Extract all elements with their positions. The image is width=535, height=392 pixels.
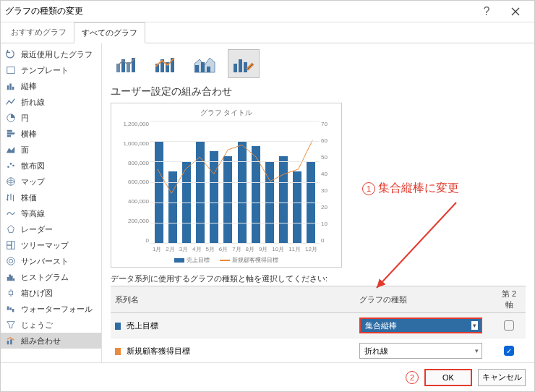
col-secondary-axis: 第 2 軸 — [492, 286, 526, 313]
sidebar-item-scatter[interactable]: 散布図 — [1, 158, 101, 174]
y-axis-right: 706050403020100 — [320, 121, 334, 244]
scatter-chart-icon — [5, 160, 17, 171]
svg-rect-35 — [195, 65, 199, 72]
svg-rect-1 — [7, 85, 9, 90]
svg-rect-21 — [9, 291, 12, 294]
treemap-icon — [5, 239, 17, 251]
svg-rect-0 — [7, 67, 15, 74]
column-chart-icon — [5, 80, 17, 92]
recent-icon — [5, 48, 17, 60]
chart-type-select[interactable]: 折れ線▾ — [359, 343, 482, 359]
sidebar-item-sunburst[interactable]: サンバースト — [1, 253, 101, 269]
chart-preview: グラフ タイトル 1,200,0001,000,000800,000600,00… — [111, 103, 342, 268]
sidebar-label: サンバースト — [21, 256, 69, 267]
sidebar-item-waterfall[interactable]: ウォーターフォール — [1, 301, 101, 317]
sidebar-item-radar[interactable]: レーダー — [1, 221, 101, 237]
sunburst-icon — [5, 255, 17, 267]
cancel-button[interactable]: キャンセル — [478, 369, 526, 386]
sidebar-item-template[interactable]: テンプレート — [1, 62, 101, 78]
tab-all-charts[interactable]: すべてのグラフ — [74, 22, 145, 43]
sidebar-label: ウォーターフォール — [21, 304, 93, 315]
histogram-icon — [5, 271, 17, 283]
sidebar-label: 縦棒 — [21, 81, 37, 92]
series-color-swatch — [115, 323, 121, 330]
svg-point-9 — [10, 163, 12, 165]
svg-rect-36 — [201, 62, 205, 72]
combo-subtype-1[interactable] — [111, 49, 142, 78]
svg-rect-12 — [7, 242, 12, 245]
svg-point-8 — [7, 166, 9, 168]
sidebar-item-combo[interactable]: 組み合わせ — [1, 333, 101, 349]
y-axis-left: 1,200,0001,000,000800,000600,000400,0002… — [119, 121, 150, 244]
combo-subtype-3[interactable] — [189, 49, 221, 78]
svg-point-15 — [7, 257, 15, 265]
sidebar-item-surface[interactable]: 等高線 — [1, 205, 101, 221]
secondary-axis-checkbox[interactable] — [504, 320, 514, 331]
tab-recommended[interactable]: おすすめグラフ — [4, 22, 74, 43]
bar-chart-icon — [5, 128, 17, 140]
col-chart-type: グラフの種類 — [355, 286, 492, 313]
series-row: 新規顧客獲得目標 折れ線▾ ✓ — [111, 338, 526, 363]
combo-subtype-2[interactable] — [150, 49, 181, 78]
sidebar-item-line[interactable]: 折れ線 — [1, 94, 101, 110]
surface-chart-icon — [5, 208, 17, 219]
sidebar-label: 折れ線 — [21, 97, 45, 108]
line-chart-icon — [5, 96, 17, 108]
svg-rect-38 — [234, 64, 237, 72]
sidebar-item-area[interactable]: 面 — [1, 142, 101, 158]
sidebar-item-boxwhisker[interactable]: 箱ひげ図 — [1, 285, 101, 301]
sidebar-label: レーダー — [21, 224, 53, 235]
sidebar-label: テンプレート — [21, 65, 69, 76]
sidebar-item-treemap[interactable]: ツリーマップ — [1, 237, 101, 253]
series-color-swatch — [115, 348, 121, 355]
series-name: 売上目標 — [127, 321, 158, 330]
svg-rect-14 — [7, 245, 12, 249]
svg-rect-39 — [239, 59, 242, 72]
svg-rect-5 — [7, 130, 12, 132]
svg-point-10 — [12, 165, 14, 167]
sidebar-item-stock[interactable]: 株価 — [1, 189, 101, 205]
annotation-1: 1 集合縦棒に変更 — [362, 181, 459, 196]
funnel-icon — [5, 319, 17, 331]
sidebar-item-bar[interactable]: 横棒 — [1, 126, 101, 142]
close-button[interactable] — [501, 1, 530, 22]
svg-rect-25 — [7, 341, 9, 344]
pie-chart-icon — [5, 112, 17, 124]
chart-type-select[interactable]: 集合縦棒▾ — [359, 318, 482, 333]
svg-rect-40 — [244, 62, 247, 72]
sidebar-label: マップ — [21, 176, 45, 187]
sidebar-label: 面 — [21, 145, 29, 155]
sidebar-label: ツリーマップ — [21, 240, 69, 251]
ok-button[interactable]: OK — [424, 369, 472, 386]
sidebar-item-map[interactable]: マップ — [1, 174, 101, 189]
sidebar-label: 横棒 — [21, 129, 37, 140]
chart-title: グラフ タイトル — [119, 108, 334, 118]
col-series-name: 系列名 — [111, 286, 355, 313]
stock-chart-icon — [5, 192, 17, 203]
series-name: 新規顧客獲得目標 — [127, 346, 190, 355]
svg-point-16 — [9, 259, 12, 263]
svg-rect-22 — [7, 307, 9, 310]
svg-rect-7 — [7, 135, 11, 137]
sidebar-item-pie[interactable]: 円 — [1, 110, 101, 126]
template-icon — [5, 64, 17, 76]
annotation-2: 2 — [406, 371, 419, 384]
secondary-axis-checkbox[interactable]: ✓ — [504, 346, 514, 356]
chart-type-sidebar: 最近使用したグラフ テンプレート 縦棒 折れ線 円 横棒 面 散布図 マップ 株… — [1, 43, 102, 362]
sidebar-item-recent[interactable]: 最近使用したグラフ — [1, 46, 101, 62]
sidebar-item-funnel[interactable]: じょうご — [1, 317, 101, 333]
svg-rect-24 — [12, 309, 14, 312]
sidebar-item-histogram[interactable]: ヒストグラム — [1, 269, 101, 285]
chevron-down-icon: ▾ — [471, 321, 478, 330]
boxwhisker-icon — [5, 287, 17, 299]
sidebar-label: 組み合わせ — [21, 336, 61, 346]
svg-rect-18 — [9, 275, 11, 281]
svg-rect-6 — [7, 132, 15, 135]
radar-chart-icon — [5, 223, 17, 235]
sidebar-item-column[interactable]: 縦棒 — [1, 78, 101, 94]
sidebar-label: 散布図 — [21, 161, 45, 171]
combo-subtype-custom[interactable] — [228, 49, 260, 78]
svg-rect-23 — [9, 307, 12, 310]
chevron-down-icon: ▾ — [475, 347, 479, 354]
help-button[interactable]: ? — [472, 1, 501, 22]
